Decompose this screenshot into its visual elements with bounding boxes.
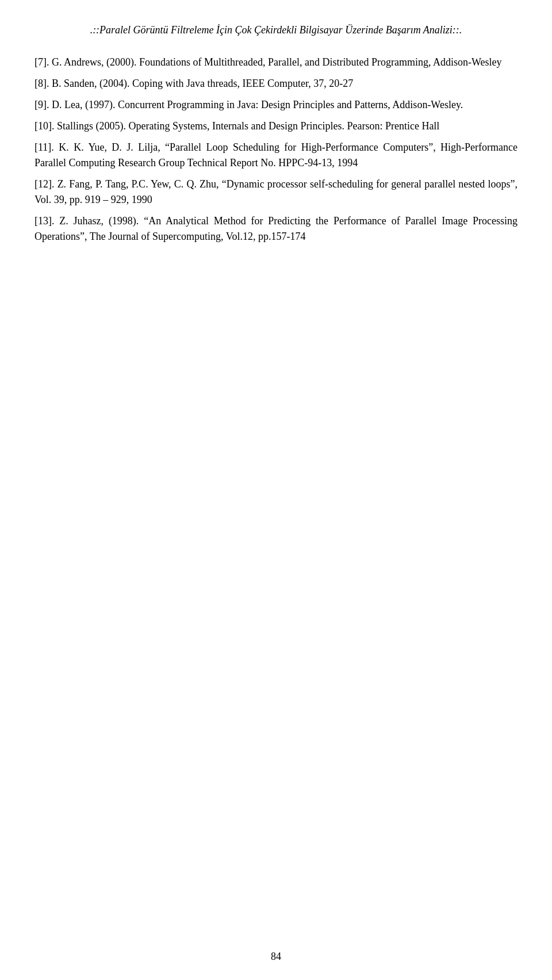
ref-item-11: [11]. K. K. Yue, D. J. Lilja, “Parallel … [34, 140, 518, 171]
header-title-text: .::Paralel Görüntü Filtreleme İçin Çok Ç… [90, 24, 462, 36]
ref-12-text: [12]. Z. Fang, P. Tang, P.C. Yew, C. Q. … [34, 177, 518, 208]
ref-item-9: [9]. D. Lea, (1997). Concurrent Programm… [34, 97, 518, 113]
page-header-title: .::Paralel Görüntü Filtreleme İçin Çok Ç… [34, 23, 518, 37]
ref-13-text: [13]. Z. Juhasz, (1998). “An Analytical … [34, 213, 518, 244]
ref-7-text: [7]. G. Andrews, (2000). Foundations of … [34, 55, 518, 70]
references-section: [7]. G. Andrews, (2000). Foundations of … [34, 55, 518, 244]
page-number: 84 [271, 951, 281, 963]
page-container: .::Paralel Görüntü Filtreleme İçin Çok Ç… [0, 0, 552, 980]
ref-10-text: [10]. Stallings (2005). Operating System… [34, 118, 518, 134]
ref-11-text: [11]. K. K. Yue, D. J. Lilja, “Parallel … [34, 140, 518, 171]
ref-item-10: [10]. Stallings (2005). Operating System… [34, 118, 518, 134]
ref-item-7: [7]. G. Andrews, (2000). Foundations of … [34, 55, 518, 70]
ref-item-13: [13]. Z. Juhasz, (1998). “An Analytical … [34, 213, 518, 244]
ref-8-text: [8]. B. Sanden, (2004). Coping with Java… [34, 76, 518, 91]
ref-9-text: [9]. D. Lea, (1997). Concurrent Programm… [34, 97, 518, 113]
ref-item-12: [12]. Z. Fang, P. Tang, P.C. Yew, C. Q. … [34, 177, 518, 208]
ref-item-8: [8]. B. Sanden, (2004). Coping with Java… [34, 76, 518, 91]
